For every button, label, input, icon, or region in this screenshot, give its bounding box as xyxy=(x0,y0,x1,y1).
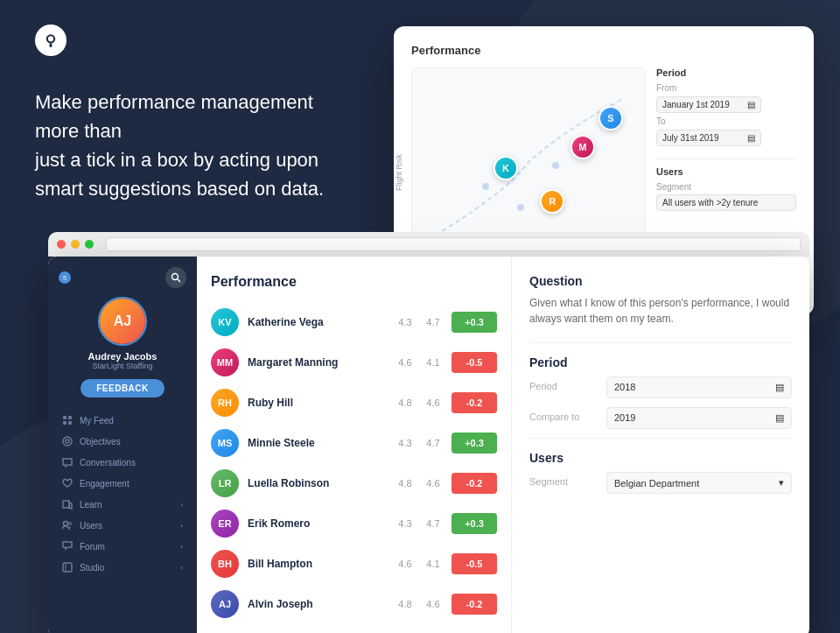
sidebar-item-objectives[interactable]: Objectives xyxy=(55,431,190,452)
row-score2-3: 4.7 xyxy=(424,438,443,448)
period-row: Period 2018 ▤ xyxy=(529,376,792,398)
table-row[interactable]: MS Minnie Steele 4.3 4.7 +0.3 xyxy=(211,423,497,463)
row-score2-4: 4.6 xyxy=(424,478,443,489)
sidebar-item-engagement[interactable]: Engagement xyxy=(55,473,190,494)
chart-avatar-4: S xyxy=(598,106,623,130)
main-content: Performance KV Katherine Vega 4.3 4.7 +0… xyxy=(197,257,809,633)
row-score1-7: 4.8 xyxy=(396,599,415,609)
row-badge-1: -0.5 xyxy=(452,352,497,373)
segment-label: Segment xyxy=(529,476,599,487)
search-icon[interactable] xyxy=(165,267,186,288)
period-label: Period xyxy=(529,381,599,391)
row-score2-0: 4.7 xyxy=(424,317,443,327)
url-bar[interactable] xyxy=(106,237,801,251)
period-input[interactable]: 2018 ▤ xyxy=(606,376,792,398)
table-row[interactable]: BH Bill Hampton 4.6 4.1 -0.5 xyxy=(211,544,497,584)
table-row[interactable]: RH Ruby Hill 4.8 4.6 -0.2 xyxy=(211,383,497,423)
row-badge-2: -0.2 xyxy=(452,392,497,413)
browser-chrome xyxy=(48,232,809,257)
row-avatar-7: AJ xyxy=(211,590,239,618)
svg-rect-3 xyxy=(63,416,66,419)
svg-rect-11 xyxy=(63,563,72,572)
sidebar: 5 AJ Audrey Jacobs StarLight Staffing FE… xyxy=(48,257,197,633)
row-score2-1: 4.1 xyxy=(424,357,443,368)
svg-rect-4 xyxy=(68,416,72,419)
row-score1-5: 4.3 xyxy=(396,518,415,529)
user-avatar: AJ xyxy=(98,297,147,346)
sidebar-label-studio: Studio xyxy=(80,563,104,573)
svg-point-0 xyxy=(47,35,54,42)
forum-arrow: › xyxy=(180,543,183,551)
row-name-4: Luella Robinson xyxy=(248,477,387,489)
table-row[interactable]: AJ Alvin Joseph 4.8 4.6 -0.2 xyxy=(211,584,497,624)
performance-list: Performance KV Katherine Vega 4.3 4.7 +0… xyxy=(197,257,512,633)
table-row[interactable]: LR Luella Robinson 4.8 4.6 -0.2 xyxy=(211,463,497,503)
avatar-notification[interactable]: 5 xyxy=(59,271,71,284)
to-input[interactable]: July 31st 2019 ▤ xyxy=(656,130,761,146)
row-score2-5: 4.7 xyxy=(424,518,443,529)
table-row[interactable]: MM Margaret Manning 4.6 4.1 -0.5 xyxy=(211,342,497,383)
sidebar-item-forum[interactable]: Forum › xyxy=(55,536,190,557)
table-row[interactable]: KV Katherine Vega 4.3 4.7 +0.3 xyxy=(211,302,497,342)
row-avatar-5: ER xyxy=(211,510,239,538)
svg-point-7 xyxy=(63,437,72,446)
from-input[interactable]: January 1st 2019 ▤ xyxy=(656,96,761,113)
period-label: Period xyxy=(656,67,796,78)
sidebar-item-studio[interactable]: Studio › xyxy=(55,557,190,578)
hero-text: Make performance management more than ju… xyxy=(35,88,332,203)
segment-row: Segment Belgian Department ▾ xyxy=(529,472,792,494)
perf-card-title: Performance xyxy=(411,44,796,57)
sidebar-label-users: Users xyxy=(80,521,102,531)
row-avatar-3: MS xyxy=(211,429,239,457)
svg-rect-6 xyxy=(68,421,72,425)
sidebar-label-myfeed: My Feed xyxy=(80,416,114,426)
row-badge-6: -0.5 xyxy=(452,553,497,574)
row-score2-2: 4.6 xyxy=(424,397,443,408)
row-name-2: Ruby Hill xyxy=(248,397,387,409)
row-score2-7: 4.6 xyxy=(424,599,443,609)
row-avatar-0: KV xyxy=(211,308,239,336)
row-badge-4: -0.2 xyxy=(452,473,497,494)
segment-select[interactable]: Belgian Department ▾ xyxy=(606,472,792,494)
sidebar-label-engagement: Engagement xyxy=(80,479,130,489)
svg-line-2 xyxy=(178,279,180,282)
chart-avatar-2: R xyxy=(540,189,564,214)
row-badge-5: +0.3 xyxy=(452,513,497,534)
compare-input[interactable]: 2019 ▤ xyxy=(606,407,792,429)
segment-label: Segment xyxy=(656,182,796,192)
row-score1-4: 4.8 xyxy=(396,478,415,489)
compare-label: Compare to xyxy=(529,411,599,422)
feedback-button[interactable]: FEEDBACK xyxy=(80,379,164,397)
users-section-title: Users xyxy=(529,451,792,465)
user-org: StarLight Staffing xyxy=(93,362,153,370)
row-avatar-2: RH xyxy=(211,389,239,417)
app-card: 5 AJ Audrey Jacobs StarLight Staffing FE… xyxy=(48,257,809,633)
sidebar-item-users[interactable]: Users › xyxy=(55,515,190,536)
question-panel: Question Given what I know of this perso… xyxy=(512,257,809,633)
sidebar-nav: My Feed Objectives Conversations Engagem… xyxy=(48,410,197,578)
divider-2 xyxy=(529,438,792,439)
sidebar-item-learn[interactable]: Learn › xyxy=(55,494,190,515)
sidebar-item-conversations[interactable]: Conversations xyxy=(55,452,190,473)
svg-point-8 xyxy=(66,440,69,443)
row-badge-0: +0.3 xyxy=(452,312,497,333)
row-avatar-4: LR xyxy=(211,469,239,497)
sidebar-label-objectives: Objectives xyxy=(80,437,121,447)
period-section-title: Period xyxy=(529,355,792,369)
sidebar-label-forum: Forum xyxy=(80,542,105,552)
row-name-6: Bill Hampton xyxy=(248,558,387,570)
table-row[interactable]: ER Erik Romero 4.3 4.7 +0.3 xyxy=(211,503,497,544)
studio-arrow: › xyxy=(180,564,183,572)
row-name-3: Minnie Steele xyxy=(248,437,387,449)
row-name-1: Margaret Manning xyxy=(248,356,387,369)
row-score1-1: 4.6 xyxy=(396,357,415,368)
minimize-button-dot[interactable] xyxy=(71,240,80,249)
svg-rect-5 xyxy=(63,421,66,425)
svg-point-9 xyxy=(64,522,68,526)
close-button-dot[interactable] xyxy=(57,240,66,249)
question-text: Given what I know of this person's perfo… xyxy=(529,295,792,327)
maximize-button-dot[interactable] xyxy=(85,240,94,249)
sidebar-item-myfeed[interactable]: My Feed xyxy=(55,410,190,431)
question-section-title: Question xyxy=(529,274,792,288)
segment-input[interactable]: All users with >2y tenure xyxy=(656,194,796,211)
